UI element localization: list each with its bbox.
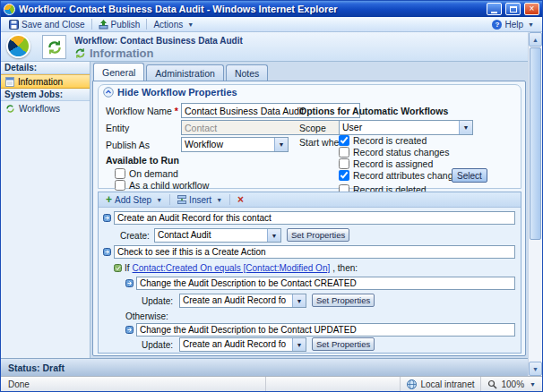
condition-link[interactable]: Contact:Created On equals [Contact:Modif… — [133, 263, 331, 273]
save-and-close-button[interactable]: Save and Close — [4, 18, 90, 31]
child-workflow-checkbox[interactable] — [115, 180, 125, 191]
globe-icon — [407, 379, 417, 389]
zoom-control[interactable]: 100% ▼ — [480, 377, 542, 391]
zoom-level: 100% — [501, 379, 524, 389]
workflows-icon — [5, 104, 15, 114]
then-step-description-input[interactable] — [136, 277, 515, 290]
window-title: Workflow: Contact Business Data Audit - … — [19, 4, 483, 14]
condition-icon — [114, 264, 122, 272]
entity-icon-frame — [42, 35, 66, 59]
toolbar-separator — [91, 19, 92, 30]
set-properties-button[interactable]: Set Properties — [287, 228, 349, 242]
select-attributes-button[interactable]: Select — [452, 168, 487, 183]
save-and-close-label: Save and Close — [22, 20, 85, 30]
step1-description-input[interactable] — [114, 211, 515, 225]
step-type-icon — [103, 248, 111, 256]
sidebar: Details: Information System Jobs: Workfl… — [1, 62, 90, 358]
then-update-value: Create an Audit Record fo — [180, 294, 292, 307]
steps-toolbar: + Add Step ▼ Insert ▼ × — [99, 192, 521, 208]
record-status-changes-checkbox[interactable] — [339, 147, 349, 158]
record-attributes-change-label: Record attributes change — [353, 170, 458, 181]
minimize-icon — [491, 12, 497, 13]
information-form-icon — [5, 77, 14, 87]
plus-icon: + — [106, 194, 112, 205]
record-created-row: Record is created — [339, 135, 427, 146]
set-properties-button[interactable]: Set Properties — [312, 337, 375, 351]
collapse-icon — [103, 87, 114, 98]
chevron-down-icon: ▼ — [528, 21, 534, 28]
sidebar-item-label: Information — [18, 77, 63, 87]
record-is-assigned-checkbox[interactable] — [339, 158, 349, 169]
on-demand-label: On demand — [129, 168, 178, 179]
record-attributes-change-checkbox[interactable] — [339, 170, 349, 181]
add-step-button[interactable]: + Add Step ▼ — [102, 194, 166, 205]
page-title: Information — [74, 47, 154, 60]
scroll-up-button[interactable]: ▲ — [529, 32, 542, 47]
dropdown-arrow-icon: ▼ — [274, 138, 288, 151]
close-button[interactable]: × — [524, 3, 539, 15]
step-type-icon — [103, 214, 111, 222]
create-entity-select[interactable]: Contact Audit ▼ — [154, 228, 281, 243]
entity-label: Entity — [106, 123, 129, 133]
workflow-properties-group: Hide Workflow Properties Workflow Name *… — [98, 84, 521, 189]
title-bar: Workflow: Contact Business Data Audit - … — [1, 1, 542, 17]
chevron-down-icon: ▼ — [156, 197, 162, 203]
else-step-description-input[interactable] — [136, 323, 515, 337]
update-label: Update: — [142, 340, 173, 350]
record-status-bar: Status: Draft — [1, 358, 528, 376]
on-demand-checkbox[interactable] — [115, 168, 125, 179]
command-toolbar: Save and Close Publish Actions ▼ ? Help … — [1, 17, 542, 32]
child-workflow-row: As a child workflow — [115, 180, 209, 191]
scope-select[interactable]: User ▼ — [339, 120, 473, 135]
entity-input — [181, 120, 360, 135]
magnifier-icon — [487, 379, 497, 389]
required-mark: * — [175, 106, 178, 116]
step-type-icon — [125, 279, 134, 287]
vertical-scrollbar[interactable]: ▲ ▼ — [528, 32, 542, 376]
ie-window: Workflow: Contact Business Data Audit - … — [0, 0, 543, 392]
record-is-created-checkbox[interactable] — [339, 135, 349, 146]
sidebar-item-workflows[interactable]: Workflows — [1, 101, 90, 115]
sidebar-item-label: Workflows — [19, 104, 60, 114]
delete-step-button[interactable]: × — [234, 194, 247, 205]
condition-suffix: , then: — [332, 263, 358, 273]
minimize-button[interactable] — [487, 3, 502, 15]
help-menu-button[interactable]: ? Help ▼ — [487, 18, 539, 31]
step2-description-input[interactable] — [114, 245, 515, 259]
workflow-name-label: Workflow Name * — [106, 106, 178, 116]
then-update-select[interactable]: Create an Audit Record fo ▼ — [179, 294, 306, 308]
insert-button[interactable]: Insert ▼ — [174, 195, 226, 205]
dropdown-arrow-icon: ▼ — [292, 338, 306, 351]
toolbar-separator — [146, 19, 147, 30]
update-label: Update: — [142, 296, 173, 306]
publish-label: Publish — [111, 20, 141, 30]
automatic-options-label: Options for Automatic Workflows — [299, 106, 448, 116]
child-workflow-label: As a child workflow — [129, 180, 209, 191]
tab-notes[interactable]: Notes — [226, 64, 268, 81]
dropdown-arrow-icon: ▼ — [267, 229, 280, 242]
steps-body: Create: Contact Audit ▼ Set Properties I… — [99, 208, 521, 353]
actions-menu-button[interactable]: Actions ▼ — [149, 18, 198, 31]
add-step-label: Add Step — [115, 195, 151, 205]
sidebar-item-information[interactable]: Information — [1, 74, 90, 89]
scrollbar-thumb[interactable] — [530, 47, 541, 240]
publish-icon — [99, 20, 108, 30]
record-attributes-row: Record attributes change — [339, 170, 458, 181]
dropdown-arrow-icon: ▼ — [292, 294, 306, 307]
tab-administration[interactable]: Administration — [146, 64, 224, 81]
tab-general[interactable]: General — [93, 63, 144, 81]
publish-as-select[interactable]: Workflow ▼ — [181, 137, 289, 152]
scroll-down-button[interactable]: ▼ — [529, 362, 542, 376]
crm-logo — [6, 34, 30, 58]
maximize-button[interactable] — [505, 3, 521, 15]
set-properties-button[interactable]: Set Properties — [312, 294, 375, 307]
delete-icon: × — [237, 194, 244, 205]
else-update-select[interactable]: Create an Audit Record fo ▼ — [179, 337, 306, 352]
hide-properties-toggle[interactable]: Hide Workflow Properties — [103, 87, 237, 98]
publish-button[interactable]: Publish — [94, 18, 145, 31]
information-workflow-icon — [74, 47, 86, 59]
condition-row: IfContact:Created On equals [Contact:Mod… — [114, 263, 358, 273]
else-update-value: Create an Audit Record fo — [180, 338, 292, 351]
insert-icon — [177, 195, 186, 204]
record-status-label: Status: Draft — [8, 362, 65, 373]
